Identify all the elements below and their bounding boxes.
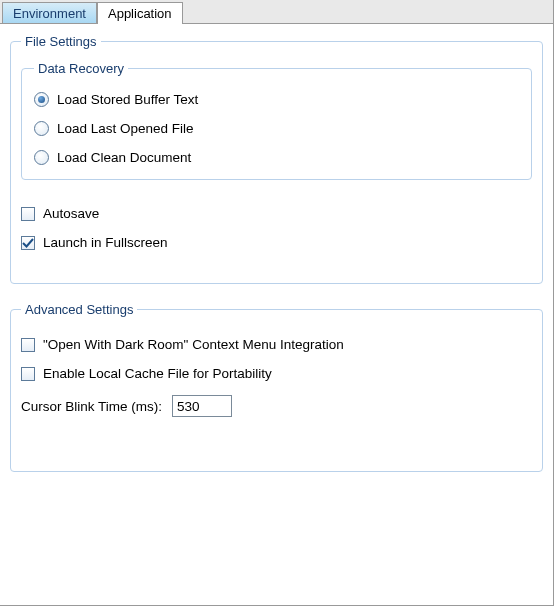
cursor-blink-label: Cursor Blink Time (ms): (21, 399, 162, 414)
checkbox-autosave[interactable]: Autosave (21, 206, 532, 221)
checkbox-icon (21, 207, 35, 221)
checkbox-icon (21, 236, 35, 250)
tab-application[interactable]: Application (97, 2, 183, 24)
cursor-blink-row: Cursor Blink Time (ms): (21, 395, 532, 417)
radio-load-buffer-label: Load Stored Buffer Text (57, 92, 198, 107)
radio-load-last[interactable]: Load Last Opened File (34, 121, 519, 136)
tab-environment[interactable]: Environment (2, 2, 97, 23)
radio-icon (34, 92, 49, 107)
settings-panel: Environment Application File Settings Da… (0, 0, 554, 606)
data-recovery-group: Data Recovery Load Stored Buffer Text Lo… (21, 61, 532, 180)
advanced-settings-legend: Advanced Settings (21, 302, 137, 317)
radio-icon (34, 150, 49, 165)
checkbox-local-cache-label: Enable Local Cache File for Portability (43, 366, 272, 381)
radio-load-last-label: Load Last Opened File (57, 121, 194, 136)
checkbox-context-menu[interactable]: "Open With Dark Room" Context Menu Integ… (21, 337, 532, 352)
tab-environment-label: Environment (13, 6, 86, 21)
checkbox-local-cache[interactable]: Enable Local Cache File for Portability (21, 366, 532, 381)
file-settings-legend: File Settings (21, 34, 101, 49)
tab-application-label: Application (108, 6, 172, 21)
radio-load-clean-label: Load Clean Document (57, 150, 191, 165)
radio-load-buffer[interactable]: Load Stored Buffer Text (34, 92, 519, 107)
advanced-settings-group: Advanced Settings "Open With Dark Room" … (10, 302, 543, 472)
checkbox-fullscreen[interactable]: Launch in Fullscreen (21, 235, 532, 250)
tab-strip: Environment Application (0, 0, 553, 24)
radio-load-clean[interactable]: Load Clean Document (34, 150, 519, 165)
checkbox-icon (21, 338, 35, 352)
cursor-blink-input[interactable] (172, 395, 232, 417)
checkbox-fullscreen-label: Launch in Fullscreen (43, 235, 168, 250)
checkbox-context-menu-label: "Open With Dark Room" Context Menu Integ… (43, 337, 344, 352)
checkbox-icon (21, 367, 35, 381)
file-settings-group: File Settings Data Recovery Load Stored … (10, 34, 543, 284)
radio-icon (34, 121, 49, 136)
data-recovery-legend: Data Recovery (34, 61, 128, 76)
tab-content: File Settings Data Recovery Load Stored … (0, 24, 553, 500)
checkbox-autosave-label: Autosave (43, 206, 99, 221)
